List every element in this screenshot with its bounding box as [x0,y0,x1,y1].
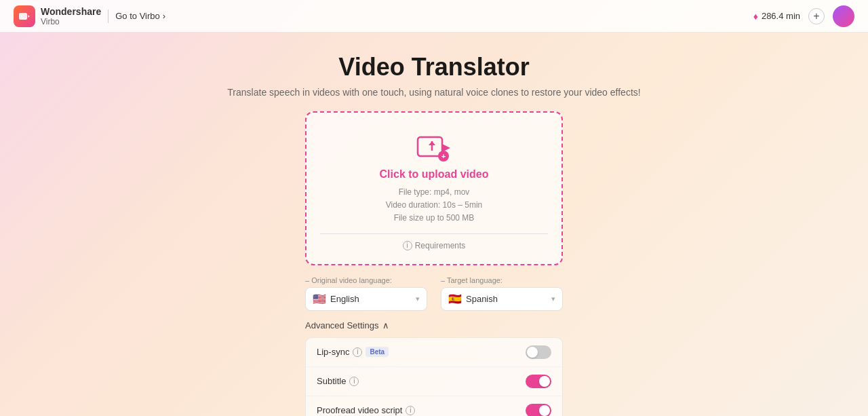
original-language-label: – Original video language: [305,276,427,284]
svg-rect-0 [19,13,27,20]
original-flag: 🇺🇸 [313,292,326,305]
target-language-group: – Target language: 🇪🇸 Spanish ▾ [441,276,563,311]
original-language-select[interactable]: 🇺🇸 English ▾ [305,287,427,311]
target-chevron-icon: ▾ [551,295,555,303]
main-content: Video Translator Translate speech in vid… [0,33,868,416]
header-divider [108,10,108,23]
header-right: ♦ 286.4 min + [753,5,854,27]
lipsync-toggle[interactable] [526,345,551,359]
requirements-link[interactable]: i Requirements [403,241,466,250]
proofread-row: Proofread video script i [306,396,562,416]
proofread-info-icon[interactable]: i [406,406,415,415]
proofread-toggle[interactable] [526,404,551,416]
svg-rect-2 [418,137,442,156]
svg-text:+: + [441,152,446,160]
original-chevron-icon: ▾ [416,295,420,303]
subtitle-row: Subtitle i [306,367,562,396]
header: Wondershare Virbo Go to Virbo › ♦ 286.4 … [0,0,868,33]
lipsync-info-icon[interactable]: i [353,347,362,357]
language-row: – Original video language: 🇺🇸 English ▾ … [305,276,563,311]
subtitle-toggle[interactable] [526,375,551,388]
upload-divider [320,233,548,234]
target-language-label: – Target language: [441,276,563,284]
page-title: Video Translator [338,53,529,81]
logo-text: Wondershare Virbo [41,6,101,26]
chevron-right-icon: › [163,11,165,21]
credits-display: ♦ 286.4 min [753,11,800,22]
upload-icon: + [416,132,452,162]
logo-area: Wondershare Virbo [14,5,101,27]
advanced-settings-section: Advanced Settings ∧ Lip-sync i Beta Subt… [305,320,563,416]
subtitle-info-icon[interactable]: i [349,377,359,386]
lipsync-row: Lip-sync i Beta [306,338,562,367]
avatar[interactable] [833,5,854,27]
upload-area[interactable]: + Click to upload video File type: mp4, … [305,111,563,265]
proofread-label: Proofread video script i [317,405,526,415]
info-circle-icon: i [403,241,412,250]
advanced-chevron-icon: ∧ [382,320,389,330]
advanced-settings-toggle[interactable]: Advanced Settings ∧ [305,320,563,330]
credits-icon: ♦ [753,11,758,22]
original-language-group: – Original video language: 🇺🇸 English ▾ [305,276,427,311]
target-language-select[interactable]: 🇪🇸 Spanish ▾ [441,287,563,311]
target-flag: 🇪🇸 [448,292,462,305]
lipsync-label: Lip-sync i Beta [317,347,526,357]
subtitle-label: Subtitle i [317,376,526,386]
upload-meta: File type: mp4, mov Video duration: 10s … [386,186,483,225]
svg-marker-1 [28,15,30,18]
logo-icon [14,5,35,27]
advanced-panel: Lip-sync i Beta Subtitle i Proofread vid… [305,337,563,416]
add-credits-button[interactable]: + [808,8,825,24]
upload-label: Click to upload video [380,168,489,181]
header-left: Wondershare Virbo Go to Virbo › [14,5,165,27]
go-virbo-link[interactable]: Go to Virbo › [115,11,165,21]
page-subtitle: Translate speech in videos with one touc… [227,87,640,98]
beta-badge: Beta [366,347,389,357]
